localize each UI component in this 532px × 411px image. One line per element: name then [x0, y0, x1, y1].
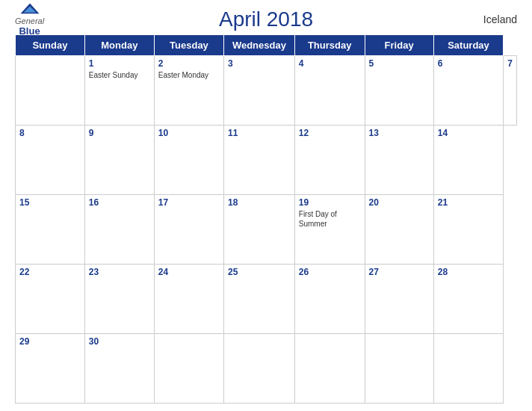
day-number: 6 [438, 58, 500, 69]
calendar-cell: 3 [224, 56, 295, 126]
logo-general: General [15, 16, 44, 25]
day-number: 8 [19, 128, 81, 138]
day-header-sunday: Sunday [16, 35, 85, 56]
calendar-cell: 10 [154, 126, 223, 195]
calendar-cell: 4 [294, 56, 365, 126]
day-number: 30 [89, 336, 150, 347]
day-number: 14 [438, 128, 500, 138]
day-number: 10 [158, 128, 220, 138]
event-label: Easter Sunday [89, 70, 150, 80]
week-row-2: 891011121314 [16, 126, 517, 195]
calendar-cell: 26 [294, 265, 365, 334]
day-number: 26 [299, 267, 361, 277]
calendar-cell: 20 [365, 195, 433, 265]
calendar-cell: 21 [433, 195, 504, 265]
calendar-cell [365, 334, 433, 404]
day-number: 20 [369, 197, 430, 208]
day-number: 24 [158, 267, 220, 277]
day-number: 23 [89, 267, 150, 277]
calendar-cell: 11 [224, 126, 295, 195]
day-header-friday: Friday [365, 35, 433, 56]
calendar-cell: 18 [224, 195, 295, 265]
logo: General Blue [15, 2, 44, 37]
calendar-cell [154, 334, 223, 404]
calendar-cell: 8 [16, 126, 85, 195]
day-number: 4 [299, 58, 361, 69]
day-header-thursday: Thursday [294, 35, 365, 56]
day-number: 3 [228, 58, 291, 69]
day-number: 11 [228, 128, 291, 138]
calendar-cell: 1Easter Sunday [84, 56, 154, 126]
calendar-title: April 2018 [219, 7, 313, 31]
calendar-cell: 25 [224, 265, 295, 334]
day-number: 17 [158, 197, 220, 208]
calendar-cell: 28 [433, 265, 504, 334]
day-number: 5 [369, 58, 430, 69]
calendar-cell: 15 [16, 195, 85, 265]
day-header-wednesday: Wednesday [224, 35, 295, 56]
day-number: 29 [19, 336, 81, 347]
calendar-cell: 27 [365, 265, 433, 334]
day-number: 9 [89, 128, 150, 138]
day-number: 1 [89, 58, 150, 69]
day-number: 7 [507, 58, 513, 69]
event-label: Easter Monday [158, 70, 220, 80]
calendar-cell: 23 [84, 265, 154, 334]
week-row-5: 2930 [16, 334, 517, 404]
calendar-cell: 16 [84, 195, 154, 265]
event-label: First Day of Summer [299, 209, 361, 229]
calendar-cell [433, 334, 504, 404]
calendar-cell [16, 56, 85, 126]
calendar-cell: 7 [504, 56, 517, 126]
day-number: 16 [89, 197, 150, 208]
day-number: 12 [299, 128, 361, 138]
day-number: 25 [228, 267, 291, 277]
logo-blue: Blue [19, 25, 40, 37]
day-number: 2 [158, 58, 220, 69]
calendar-cell: 14 [433, 126, 504, 195]
calendar-cell: 24 [154, 265, 223, 334]
day-number: 13 [369, 128, 430, 138]
day-number: 28 [438, 267, 500, 277]
calendar-cell: 12 [294, 126, 365, 195]
calendar-cell: 30 [84, 334, 154, 404]
day-headers-row: SundayMondayTuesdayWednesdayThursdayFrid… [16, 35, 517, 56]
day-number: 18 [228, 197, 291, 208]
week-row-3: 1516171819First Day of Summer2021 [16, 195, 517, 265]
calendar-cell: 13 [365, 126, 433, 195]
calendar-cell: 17 [154, 195, 223, 265]
logo-icon [19, 2, 40, 16]
day-number: 21 [438, 197, 500, 208]
calendar-header: General Blue April 2018 Iceland [15, 7, 517, 31]
day-header-monday: Monday [84, 35, 154, 56]
day-header-tuesday: Tuesday [154, 35, 223, 56]
day-number: 19 [299, 197, 361, 208]
calendar-cell: 29 [16, 334, 85, 404]
week-row-1: 1Easter Sunday2Easter Monday34567 [16, 56, 517, 126]
day-number: 27 [369, 267, 430, 277]
calendar-cell [224, 334, 295, 404]
calendar-table: SundayMondayTuesdayWednesdayThursdayFrid… [15, 34, 517, 404]
calendar-cell: 9 [84, 126, 154, 195]
week-row-4: 22232425262728 [16, 265, 517, 334]
calendar-cell [294, 334, 365, 404]
calendar-cell: 6 [433, 56, 504, 126]
day-header-saturday: Saturday [433, 35, 504, 56]
day-number: 15 [19, 197, 81, 208]
calendar-cell: 19First Day of Summer [294, 195, 365, 265]
country-label: Iceland [483, 13, 517, 25]
day-number: 22 [19, 267, 81, 277]
calendar-cell: 2Easter Monday [154, 56, 223, 126]
calendar-cell: 22 [16, 265, 85, 334]
calendar-cell: 5 [365, 56, 433, 126]
